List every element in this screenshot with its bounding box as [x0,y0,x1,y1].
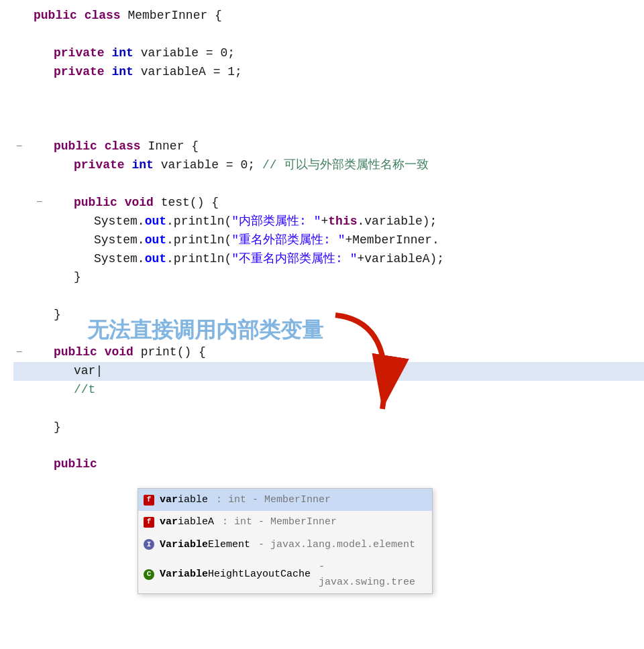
code-line-9: private int variable = 0; // 可以与外部类属性名称一… [13,156,644,175]
ac-item-variableHeightLayoutCache[interactable]: C VariableHeightLayoutCache - javax.swin… [138,556,432,594]
code-line-3: private int variable = 0; [13,44,644,63]
code-line-16 [13,287,644,306]
code-line-18 [13,324,644,343]
code-line-1: public class MemberInner { [13,7,644,25]
code-line-23: } [13,418,644,437]
code-line-10 [13,175,644,194]
ac-meta-3: - javax.lang.model.element [258,537,415,552]
ac-name-1: variable [160,492,208,508]
code-line-14: System.out.println("不重名内部类属性: "+variable… [13,250,644,269]
ac-meta-2: : int - MemberInner [222,514,337,530]
field-icon-1: f [144,495,154,506]
ac-meta-4: - javax.swing.tree [319,559,427,591]
collapse-icon-inner[interactable]: − [16,139,23,156]
code-line-24 [13,436,644,455]
class-icon-4: C [144,569,154,580]
code-line-4: private int variableA = 1; [13,63,644,82]
code-line-20: var| [13,362,644,381]
ac-name-4: VariableHeightLayoutCache [160,567,311,582]
code-line-21: //t [13,381,644,400]
code-line-7 [13,119,644,137]
collapse-icon-print[interactable]: − [16,345,23,361]
ac-item-variableElement[interactable]: I VariableElement - javax.lang.model.ele… [138,534,432,556]
code-line-8: − public class Inner { [13,137,644,156]
code-line-5 [13,82,644,101]
info-icon-3: I [144,539,154,550]
collapse-icon-test[interactable]: − [36,194,43,211]
autocomplete-dropdown[interactable]: f variable : int - MemberInner f variabl… [138,488,433,594]
ac-item-variable[interactable]: f variable : int - MemberInner [138,489,432,511]
code-line-12: System.out.println("内部类属性: "+this.variab… [13,213,644,231]
ac-name-3: VariableElement [160,537,250,552]
code-line-13: System.out.println("重名外部类属性: "+MemberInn… [13,231,644,250]
code-line-22 [13,400,644,418]
code-line-17: } [13,306,644,324]
code-line-11: − public void test() { [13,194,644,213]
code-line-6 [13,100,644,119]
ac-item-variableA[interactable]: f variableA : int - MemberInner [138,511,432,533]
code-line-2 [13,25,644,44]
field-icon-2: f [144,517,154,528]
ac-name-2: variableA [160,514,214,530]
code-editor: public class MemberInner { private int v… [0,0,644,481]
code-line-15: } [13,268,644,287]
ac-meta-1: : int - MemberInner [216,492,331,508]
code-line-19: − public void print() { [13,343,644,362]
code-line-25: public [13,455,644,474]
